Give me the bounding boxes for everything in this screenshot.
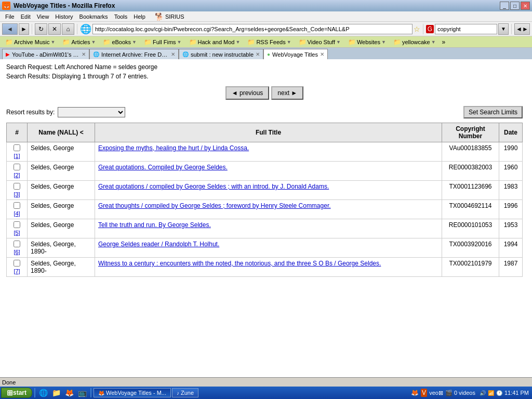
tab-webvoyage[interactable]: ● WebVoyage Titles ✕ <box>263 49 328 59</box>
globe-icon: 🌐 <box>93 51 99 57</box>
menu-edit[interactable]: Edit <box>18 12 34 21</box>
bookmark-full-fims[interactable]: 📁 Full Fims ▼ <box>141 38 185 46</box>
folder-icon: 📁 <box>5 38 13 46</box>
resort-label: Resort results by: <box>6 109 55 116</box>
folder-icon: 📁 <box>103 38 111 46</box>
row-date: 1994 <box>499 238 523 258</box>
menu-history[interactable]: History <box>52 12 76 21</box>
col-header-copyright: CopyrightNumber <box>442 123 499 142</box>
table-row: [4]Seldes, GeorgeGreat thoughts / compil… <box>7 200 523 219</box>
row-title: Tell the truth and run. By George Seldes… <box>95 219 442 238</box>
tab-archive[interactable]: 🌐 Internet Archive: Free Download: PE...… <box>89 49 179 59</box>
search-button[interactable]: ▼ <box>498 23 509 35</box>
folder-icon: 📁 <box>247 38 255 46</box>
row-number-link[interactable]: [6] <box>10 249 24 255</box>
back-button[interactable]: ◄ <box>2 23 18 35</box>
row-number-link[interactable]: [5] <box>10 230 24 236</box>
menu-help[interactable]: Help <box>130 12 149 21</box>
chevron-icon: ▼ <box>91 39 96 45</box>
folder-icon: 📁 <box>62 38 70 46</box>
search-input[interactable] <box>435 24 497 34</box>
navigation-bar: ◄ ► ↻ ✕ ⌂ 🌐 ☆ G ▼ ◄► <box>0 22 532 36</box>
menu-file[interactable]: File <box>2 12 18 21</box>
sirius-label: 🐕 SIRIUS <box>155 12 184 21</box>
set-limits-button[interactable]: Set Search Limits <box>463 106 523 118</box>
row-number-link[interactable]: [4] <box>10 210 24 217</box>
previous-button[interactable]: ◄ previous <box>225 86 270 100</box>
bookmarks-bar: 📁 Archive Music ▼ 📁 Articles ▼ 📁 eBooks … <box>0 36 532 48</box>
row-checkbox[interactable] <box>14 144 20 151</box>
row-title: George Seldes reader / Randolph T. Holhu… <box>95 238 442 258</box>
row-checkbox[interactable] <box>14 183 20 190</box>
forward-button[interactable]: ► <box>19 23 29 35</box>
chevron-icon: ▼ <box>177 39 182 45</box>
nav-extra-button[interactable]: ◄► <box>514 23 530 35</box>
row-checkbox[interactable] <box>14 260 20 267</box>
bookmark-ebooks[interactable]: 📁 eBooks ▼ <box>100 38 140 46</box>
row-copyright: RE0000382003 <box>442 162 499 181</box>
row-checkbox[interactable] <box>14 241 20 247</box>
bookmark-archive-music[interactable]: 📁 Archive Music ▼ <box>2 38 58 46</box>
menu-tools[interactable]: Tools <box>111 12 131 21</box>
window-title: WebVoyage Titles - Mozilla Firefox <box>14 2 115 9</box>
bookmarks-overflow[interactable]: » <box>440 38 448 46</box>
address-bar[interactable] <box>92 24 413 34</box>
stop-button[interactable]: ✕ <box>48 23 61 35</box>
row-select-cell: [4] <box>7 200 28 219</box>
row-name: Seldes, George, 1890- <box>28 238 95 258</box>
row-checkbox[interactable] <box>14 164 20 170</box>
title-link[interactable]: Great quotations / compiled by George Se… <box>98 183 329 190</box>
row-title: Witness to a century : encounters with t… <box>95 258 442 277</box>
star-icon[interactable]: ☆ <box>414 25 420 33</box>
maximize-button[interactable]: □ <box>510 2 520 10</box>
tab-youtube[interactable]: ▶ YouTube - aDimWit01's Channel ✕ <box>2 49 89 59</box>
row-number-link[interactable]: [1] <box>10 153 24 159</box>
table-row: [6]Seldes, George, 1890-George Seldes re… <box>7 238 523 258</box>
menu-view[interactable]: View <box>34 12 52 21</box>
tab-close-archive[interactable]: ✕ <box>171 51 175 57</box>
row-date: 1983 <box>499 181 523 200</box>
row-name: Seldes, George, 1890- <box>28 258 95 277</box>
menu-bookmarks[interactable]: Bookmarks <box>76 12 111 21</box>
title-link[interactable]: Witness to a century : encounters with t… <box>98 260 381 267</box>
row-number-link[interactable]: [3] <box>10 191 24 197</box>
tab-close-webvoyage[interactable]: ✕ <box>320 51 324 57</box>
close-button[interactable]: ✕ <box>521 2 530 10</box>
resort-select[interactable] <box>58 107 125 117</box>
tab-instructable[interactable]: 🌐 submit : new instructable ✕ <box>179 49 263 59</box>
chevron-icon: ▼ <box>336 39 341 45</box>
row-copyright: TX0004692114 <box>442 200 499 219</box>
title-link[interactable]: George Seldes reader / Randolph T. Holhu… <box>98 241 219 248</box>
youtube-icon: ▶ <box>6 51 10 57</box>
title-link[interactable]: Exposing the myths, healing the hurt / b… <box>98 144 249 152</box>
minimize-button[interactable]: _ <box>500 2 509 10</box>
row-number-link[interactable]: [7] <box>10 268 24 274</box>
chevron-icon: ▼ <box>50 39 55 45</box>
bookmark-rss-feeds[interactable]: 📁 RSS Feeds ▼ <box>244 38 294 46</box>
google-icon: G <box>426 25 434 33</box>
table-row: [3]Seldes, GeorgeGreat quotations / comp… <box>7 181 523 200</box>
bookmark-yellowcake[interactable]: 📁 yellowcake ▼ <box>390 38 439 46</box>
reload-button[interactable]: ↻ <box>35 23 47 35</box>
bookmark-websites[interactable]: 📁 Websites ▼ <box>345 38 389 46</box>
table-row: [1]Seldes, GeorgeExposing the myths, hea… <box>7 142 523 162</box>
tab-close-youtube[interactable]: ✕ <box>82 51 86 57</box>
row-title: Exposing the myths, healing the hurt / b… <box>95 142 442 162</box>
row-checkbox[interactable] <box>14 202 20 209</box>
next-button[interactable]: next ► <box>271 86 303 100</box>
row-select-cell: [5] <box>7 219 28 238</box>
row-date: 1996 <box>499 200 523 219</box>
title-link[interactable]: Great quotations. Compiled by George Sel… <box>98 164 228 171</box>
tab-close-instructable[interactable]: ✕ <box>256 51 260 57</box>
home-button[interactable]: ⌂ <box>62 23 74 35</box>
bookmark-articles[interactable]: 📁 Articles ▼ <box>59 38 99 46</box>
title-link[interactable]: Tell the truth and run. By George Seldes… <box>98 221 211 229</box>
row-select-cell: [1] <box>7 142 28 162</box>
title-link[interactable]: Great thoughts / compiled by George Seld… <box>98 202 331 209</box>
table-row: [2]Seldes, GeorgeGreat quotations. Compi… <box>7 162 523 181</box>
row-date: 1960 <box>499 162 523 181</box>
row-checkbox[interactable] <box>14 221 20 228</box>
row-number-link[interactable]: [2] <box>10 172 24 178</box>
bookmark-video-stuff[interactable]: 📁 Video Stuff ▼ <box>296 38 344 46</box>
bookmark-hack-mod[interactable]: 📁 Hack and Mod ▼ <box>186 38 244 46</box>
